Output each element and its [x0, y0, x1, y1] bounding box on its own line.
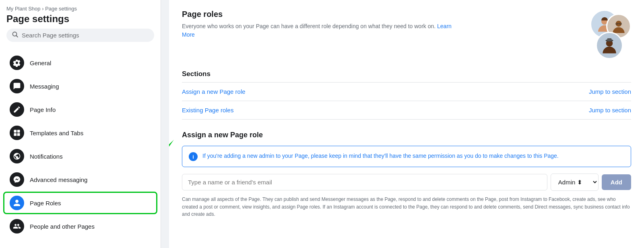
- sidebar-item-messaging[interactable]: Messaging: [3, 75, 157, 97]
- svg-line-1: [17, 36, 18, 37]
- avatar-3: [596, 32, 623, 59]
- sidebar: My Plant Shop › Page settings Page setti…: [0, 0, 161, 248]
- sidebar-item-label: People and other Pages: [30, 223, 95, 230]
- input-row: Admin ⬍ Editor Moderator Advertiser Anal…: [182, 174, 631, 191]
- svg-rect-5: [17, 133, 20, 136]
- add-button[interactable]: Add: [602, 174, 631, 190]
- page-roles-header: Page roles Everyone who works on your Pa…: [182, 10, 631, 62]
- sidebar-item-label: Page Roles: [30, 200, 61, 207]
- page-roles-text: Page roles Everyone who works on your Pa…: [182, 10, 464, 39]
- sidebar-item-people-other-pages[interactable]: People and other Pages: [3, 215, 157, 238]
- breadcrumb-current: Page settings: [45, 6, 77, 12]
- page-title: Page settings: [6, 13, 154, 25]
- info-message: If you're adding a new admin to your Pag…: [202, 152, 559, 160]
- grid-icon: [10, 126, 24, 140]
- sidebar-header: My Plant Shop › Page settings Page setti…: [0, 0, 161, 48]
- sidebar-item-label: Messaging: [30, 83, 59, 90]
- assign-role-title: Assign a new Page role: [182, 131, 631, 139]
- role-select[interactable]: Admin ⬍ Editor Moderator Advertiser Anal…: [551, 174, 599, 191]
- jump-to-assign[interactable]: Jump to section: [589, 88, 631, 95]
- panel-divider: [161, 0, 169, 248]
- section-link-row-assign: Assign a new Page role Jump to section: [182, 83, 631, 101]
- content-area: Page roles Everyone who works on your Pa…: [169, 0, 644, 248]
- name-email-input[interactable]: [182, 174, 547, 190]
- existing-page-roles-link[interactable]: Existing Page roles: [182, 107, 233, 114]
- sidebar-item-label: General: [30, 60, 51, 66]
- search-input[interactable]: [22, 32, 149, 39]
- people-icon: [10, 219, 24, 234]
- sidebar-item-notifications[interactable]: Notifications: [3, 145, 157, 167]
- info-icon: i: [189, 152, 198, 161]
- avatar-group: [579, 10, 631, 62]
- svg-rect-3: [17, 130, 20, 133]
- assign-role-section: Assign a new Page role i If you're addin…: [182, 131, 631, 218]
- jump-to-existing[interactable]: Jump to section: [589, 107, 631, 114]
- search-box: [6, 29, 154, 42]
- section-link-row-existing: Existing Page roles Jump to section: [182, 101, 631, 120]
- info-box: i If you're adding a new admin to your P…: [182, 146, 631, 167]
- green-arrow-icon: [169, 138, 178, 166]
- sidebar-item-advanced-messaging[interactable]: Advanced messaging: [3, 168, 157, 191]
- breadcrumb-separator: ›: [42, 6, 43, 12]
- pencil-icon: [10, 102, 24, 117]
- main-content: Page roles Everyone who works on your Pa…: [169, 0, 644, 248]
- chat-icon: [10, 79, 24, 93]
- arrow-container: i If you're adding a new admin to your P…: [182, 146, 631, 167]
- sidebar-item-page-roles[interactable]: Page Roles: [3, 192, 157, 214]
- messenger-icon: [10, 172, 24, 187]
- svg-rect-4: [14, 133, 17, 136]
- sidebar-item-general[interactable]: General: [3, 52, 157, 74]
- breadcrumb: My Plant Shop › Page settings: [6, 6, 154, 12]
- role-description: Can manage all aspects of the Page. They…: [182, 196, 631, 218]
- sidebar-item-templates-tabs[interactable]: Templates and Tabs: [3, 122, 157, 144]
- assign-page-role-link[interactable]: Assign a new Page role: [182, 88, 246, 95]
- sidebar-item-label: Templates and Tabs: [30, 130, 83, 136]
- svg-rect-2: [14, 130, 17, 133]
- breadcrumb-parent: My Plant Shop: [6, 6, 41, 12]
- page-roles-title: Page roles: [182, 10, 464, 19]
- person-icon: [10, 196, 24, 210]
- sidebar-item-page-info[interactable]: Page Info: [3, 98, 157, 121]
- sidebar-item-label: Notifications: [30, 153, 63, 160]
- sections-title: Sections: [182, 70, 631, 78]
- svg-rect-16: [607, 38, 611, 41]
- nav-items: General Messaging Page Info: [0, 48, 161, 241]
- sections: Sections Assign a new Page role Jump to …: [182, 70, 631, 120]
- search-icon: [12, 31, 19, 39]
- gear-icon: [10, 56, 24, 70]
- page-roles-description: Everyone who works on your Page can have…: [182, 22, 464, 39]
- sidebar-item-label: Advanced messaging: [30, 176, 87, 183]
- globe-icon: [10, 149, 24, 163]
- sidebar-item-label: Page Info: [30, 106, 56, 113]
